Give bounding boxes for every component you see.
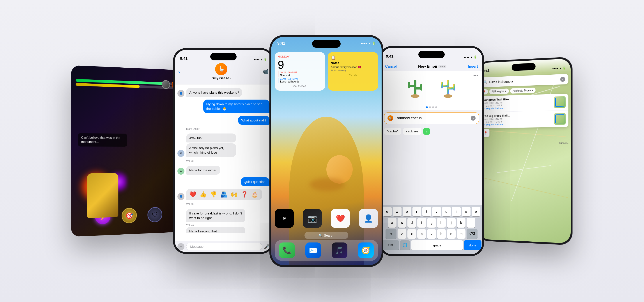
key-o[interactable]: o — [462, 207, 470, 216]
key-t[interactable]: t — [422, 207, 431, 216]
notes-widget[interactable]: 📋 Notes Aarhus family vacation 🇩🇰 Finish… — [328, 52, 378, 91]
key-space[interactable]: space — [411, 240, 463, 250]
map-background: Sunset... 9:41 ●●●● ▲ 🔋 🔍 — [478, 59, 570, 244]
key-f[interactable]: f — [417, 218, 426, 228]
sender-avatar: 👤 — [178, 90, 184, 97]
dock-safari[interactable]: 🧭 — [358, 243, 374, 258]
video-call-button[interactable]: 📹 — [263, 69, 268, 74]
message-row: What about y'all? — [178, 116, 270, 125]
dock-mail[interactable]: ✉️ — [305, 243, 321, 258]
emoji-dots-indicator — [381, 105, 482, 110]
key-a[interactable]: a — [388, 218, 396, 228]
key-done[interactable]: done — [464, 240, 482, 250]
key-backspace[interactable]: ⌫ — [466, 229, 478, 239]
tablet-screen: Can't believe that was in the monument..… — [71, 65, 184, 237]
key-y[interactable]: y — [432, 207, 441, 216]
app-tv[interactable]: tv — [275, 209, 294, 228]
phone-messages-device: 9:41 ●●●● ▲ 🔋 ‹ 🪿 Silly Geese › — [173, 48, 274, 254]
message-input[interactable]: iMessage — [186, 243, 262, 250]
key-s[interactable]: s — [398, 218, 406, 228]
emoji-search-bar[interactable]: 🔍 Rainbow cactus × — [384, 112, 479, 124]
key-q[interactable]: q — [383, 207, 392, 216]
insert-button[interactable]: Insert — [468, 64, 478, 69]
notes-icon: 📋 — [331, 55, 375, 60]
key-z[interactable]: z — [398, 229, 406, 239]
app-contacts[interactable]: 👤 — [359, 209, 378, 228]
maps-search-input[interactable]: Hikes in Sequoia — [489, 77, 558, 84]
beta-badge: Beta — [438, 65, 446, 68]
maps-overlay: 🔍 Hikes in Sequoia × 📍 All Lengths ▾ All… — [478, 72, 570, 130]
map-result-1[interactable]: Congress Trail Hike Loop Hike · 212 mi ↔… — [481, 94, 568, 112]
game-icon-shield[interactable]: 🛡 — [148, 207, 162, 222]
dock-phone[interactable]: 📞 — [279, 243, 295, 258]
key-shift[interactable]: ⇧ — [386, 229, 396, 239]
suggestion-arrow[interactable]: ↓ — [423, 128, 430, 135]
key-i[interactable]: i — [452, 207, 461, 216]
key-g[interactable]: g — [427, 218, 436, 228]
key-u[interactable]: u — [442, 207, 451, 216]
maps-close-button[interactable]: × — [560, 77, 565, 82]
group-name: Silly Geese — [212, 76, 229, 80]
key-v[interactable]: v — [427, 229, 436, 239]
dock-music[interactable]: 🎵 — [332, 243, 348, 258]
widget-row: MONDAY 9 10:15 – 10:45AM Site visit 11AM… — [275, 52, 378, 91]
key-emoji[interactable]: 🌐 — [400, 240, 410, 250]
app-dock: 📞 ✉️ 🎵 🧭 — [275, 240, 378, 261]
svg-rect-10 — [453, 84, 455, 91]
key-e[interactable]: e — [402, 207, 411, 216]
add-attachment-button[interactable]: + — [178, 243, 184, 250]
messages-list[interactable]: 👤 Anyone have plans this weekend? Flying… — [175, 84, 272, 233]
filter-lengths-button[interactable]: All Lengths ▾ — [489, 88, 509, 94]
app-health[interactable]: ❤️ — [331, 209, 350, 228]
key-r[interactable]: r — [412, 207, 421, 216]
message-bubble: Anyone have plans this weekend? — [186, 88, 242, 97]
key-d[interactable]: d — [408, 218, 416, 228]
key-l[interactable]: l — [466, 218, 475, 228]
key-b[interactable]: b — [437, 229, 446, 239]
maps-search-bar[interactable]: 🔍 Hikes in Sequoia × — [481, 74, 568, 87]
emoji-clear-button[interactable]: × — [471, 116, 476, 121]
key-w[interactable]: w — [393, 207, 402, 216]
cancel-button[interactable]: Cancel — [385, 64, 397, 69]
phone-home-device: 9:41 ●●●● ▲ 🔋 MONDAY 9 — [270, 35, 383, 267]
key-c[interactable]: c — [417, 229, 426, 239]
key-k[interactable]: k — [457, 218, 466, 228]
game-background: Can't believe that was in the monument..… — [71, 65, 184, 237]
keyboard-row-3: ⇧ z x c v b n m ⌫ — [382, 229, 482, 239]
filter-routes-button[interactable]: All Route Types ▾ — [510, 87, 536, 94]
home-search-bar[interactable]: 🔍 Search — [304, 232, 348, 239]
key-h[interactable]: h — [437, 218, 446, 228]
app-camera[interactable]: 📷 — [303, 209, 322, 228]
suggestion-cactus[interactable]: "cactus" — [384, 128, 401, 135]
messages-input-bar: + iMessage 🎤 — [175, 241, 272, 252]
keyboard-row-2: a s d f g h j k l — [382, 218, 482, 228]
search-label: Search — [324, 234, 334, 237]
key-123[interactable]: 123 — [382, 240, 399, 250]
game-icon-compass[interactable]: 🎯 — [122, 208, 137, 223]
key-j[interactable]: j — [447, 218, 456, 228]
emoji-search-input[interactable]: Rainbow cactus — [396, 116, 468, 120]
suggestion-cactuses[interactable]: cactuses — [403, 128, 421, 135]
key-p[interactable]: p — [472, 207, 480, 216]
back-button[interactable]: ‹ — [178, 69, 180, 74]
emoji-header-row: Cancel New Emoji Beta Insert — [381, 62, 482, 71]
emoji-search-icon: 🔍 — [388, 115, 393, 121]
calendar-widget[interactable]: MONDAY 9 10:15 – 10:45AM Site visit 11AM… — [275, 52, 325, 91]
dynamic-island-emoji — [418, 51, 445, 58]
message-row: 👤 ❤️ 👍 👎 🫂 🙌 ❓ 🎂 — [178, 189, 270, 200]
emoji-search-area: 🔍 Rainbow cactus × — [381, 110, 482, 126]
voice-message-button[interactable]: 🎤 — [264, 244, 270, 249]
message-bubble: Aww fun! — [186, 133, 236, 142]
map-result-2[interactable]: The Big Trees Trail... Loop Hike · 212 m… — [481, 110, 568, 128]
keyboard-row-1: q w e r t y u i o p — [382, 207, 482, 216]
calendar-event-2: 11AM – 12:45 PM Lunch with Andy — [278, 78, 322, 83]
more-options-button[interactable]: ••• — [473, 73, 478, 78]
calendar-label: Calendar — [278, 85, 322, 87]
emoji-display-area: ••• — [381, 71, 482, 105]
message-bubble: Haha I second that — [186, 227, 245, 233]
key-n[interactable]: n — [447, 229, 456, 239]
key-x[interactable]: x — [408, 229, 416, 239]
key-m[interactable]: m — [457, 229, 466, 239]
sender-avatar: W — [178, 168, 184, 175]
message-row: M Aww fun! Absolutely no plans yet, whic… — [178, 133, 270, 157]
